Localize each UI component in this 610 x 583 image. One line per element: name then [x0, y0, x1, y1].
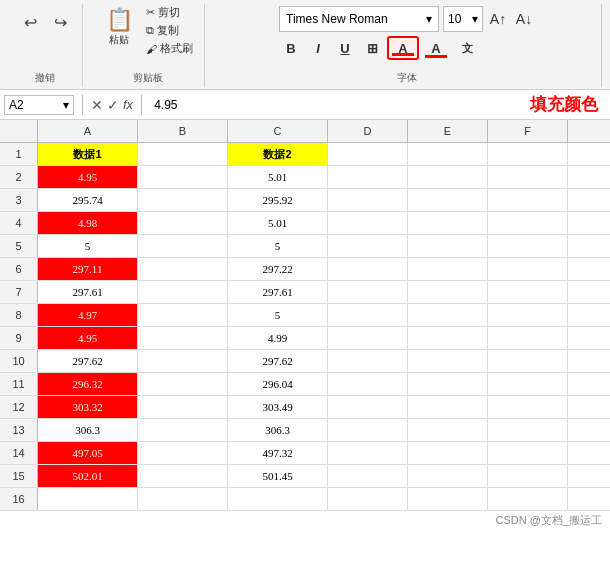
list-item[interactable] — [408, 281, 488, 303]
list-item[interactable]: 297.61 — [38, 281, 138, 303]
bold-button[interactable]: B — [279, 36, 303, 60]
list-item[interactable] — [488, 166, 568, 188]
undo-button[interactable]: ↩ — [16, 8, 44, 36]
list-item[interactable]: 5 — [228, 235, 328, 257]
list-item[interactable]: 306.3 — [228, 419, 328, 441]
list-item[interactable] — [488, 488, 568, 510]
list-item[interactable] — [408, 373, 488, 395]
list-item[interactable] — [328, 350, 408, 372]
list-item[interactable] — [138, 212, 228, 234]
grow-font-button[interactable]: A↑ — [487, 8, 509, 30]
list-item[interactable]: 数据2 — [228, 143, 328, 165]
format-painter-button[interactable]: 🖌 格式刷 — [143, 40, 196, 57]
copy-button[interactable]: ⧉ 复制 — [143, 22, 196, 39]
list-item[interactable] — [488, 189, 568, 211]
list-item[interactable]: 5 — [228, 304, 328, 326]
formula-input[interactable] — [150, 96, 466, 114]
list-item[interactable] — [328, 488, 408, 510]
col-header-d[interactable]: D — [328, 120, 408, 142]
list-item[interactable] — [138, 189, 228, 211]
list-item[interactable] — [488, 373, 568, 395]
list-item[interactable]: 295.92 — [228, 189, 328, 211]
wen-button[interactable]: 文 — [453, 36, 481, 60]
list-item[interactable] — [488, 419, 568, 441]
font-color-button[interactable]: A — [422, 36, 450, 60]
list-item[interactable] — [138, 419, 228, 441]
list-item[interactable]: 5 — [38, 235, 138, 257]
list-item[interactable] — [488, 281, 568, 303]
font-name-dropdown[interactable]: Times New Roman ▾ — [279, 6, 439, 32]
list-item[interactable] — [138, 373, 228, 395]
list-item[interactable] — [488, 442, 568, 464]
paste-button[interactable]: 📋 粘贴 — [99, 4, 139, 49]
list-item[interactable] — [408, 419, 488, 441]
list-item[interactable]: 297.11 — [38, 258, 138, 280]
cut-button[interactable]: ✂ 剪切 — [143, 4, 196, 21]
list-item[interactable] — [328, 327, 408, 349]
col-header-f[interactable]: F — [488, 120, 568, 142]
cancel-formula-icon[interactable]: ✕ — [91, 97, 103, 113]
list-item[interactable] — [408, 396, 488, 418]
list-item[interactable] — [488, 143, 568, 165]
list-item[interactable] — [328, 143, 408, 165]
list-item[interactable] — [488, 350, 568, 372]
border-button[interactable]: ⊞ — [360, 36, 384, 60]
list-item[interactable] — [328, 166, 408, 188]
shrink-font-button[interactable]: A↓ — [513, 8, 535, 30]
list-item[interactable]: 303.49 — [228, 396, 328, 418]
list-item[interactable] — [328, 396, 408, 418]
cell-reference-box[interactable]: A2 ▾ — [4, 95, 74, 115]
list-item[interactable]: 497.05 — [38, 442, 138, 464]
insert-function-icon[interactable]: fx — [123, 97, 133, 112]
list-item[interactable] — [228, 488, 328, 510]
list-item[interactable] — [408, 143, 488, 165]
list-item[interactable] — [328, 235, 408, 257]
list-item[interactable]: 297.61 — [228, 281, 328, 303]
col-header-a[interactable]: A — [38, 120, 138, 142]
list-item[interactable]: 296.32 — [38, 373, 138, 395]
list-item[interactable] — [408, 488, 488, 510]
list-item[interactable] — [488, 304, 568, 326]
list-item[interactable] — [138, 304, 228, 326]
list-item[interactable] — [408, 442, 488, 464]
list-item[interactable] — [328, 304, 408, 326]
list-item[interactable] — [328, 373, 408, 395]
list-item[interactable] — [138, 143, 228, 165]
list-item[interactable]: 497.32 — [228, 442, 328, 464]
redo-button[interactable]: ↪ — [46, 8, 74, 36]
list-item[interactable] — [328, 419, 408, 441]
underline-button[interactable]: U — [333, 36, 357, 60]
col-header-b[interactable]: B — [138, 120, 228, 142]
list-item[interactable] — [138, 258, 228, 280]
col-header-e[interactable]: E — [408, 120, 488, 142]
list-item[interactable] — [408, 350, 488, 372]
list-item[interactable]: 4.98 — [38, 212, 138, 234]
list-item[interactable] — [138, 166, 228, 188]
list-item[interactable]: 501.45 — [228, 465, 328, 487]
list-item[interactable]: 数据1 — [38, 143, 138, 165]
list-item[interactable] — [138, 235, 228, 257]
list-item[interactable] — [328, 465, 408, 487]
list-item[interactable]: 295.74 — [38, 189, 138, 211]
list-item[interactable] — [138, 465, 228, 487]
list-item[interactable] — [488, 235, 568, 257]
list-item[interactable]: 303.32 — [38, 396, 138, 418]
list-item[interactable]: 4.97 — [38, 304, 138, 326]
list-item[interactable] — [408, 212, 488, 234]
list-item[interactable] — [138, 396, 228, 418]
col-header-c[interactable]: C — [228, 120, 328, 142]
confirm-formula-icon[interactable]: ✓ — [107, 97, 119, 113]
list-item[interactable] — [328, 281, 408, 303]
list-item[interactable] — [138, 350, 228, 372]
list-item[interactable] — [488, 212, 568, 234]
list-item[interactable] — [408, 166, 488, 188]
list-item[interactable] — [138, 442, 228, 464]
list-item[interactable] — [488, 465, 568, 487]
list-item[interactable] — [138, 488, 228, 510]
list-item[interactable] — [138, 281, 228, 303]
list-item[interactable] — [328, 189, 408, 211]
font-size-dropdown[interactable]: 10 ▾ — [443, 6, 483, 32]
list-item[interactable] — [408, 327, 488, 349]
list-item[interactable] — [488, 258, 568, 280]
list-item[interactable]: 297.22 — [228, 258, 328, 280]
